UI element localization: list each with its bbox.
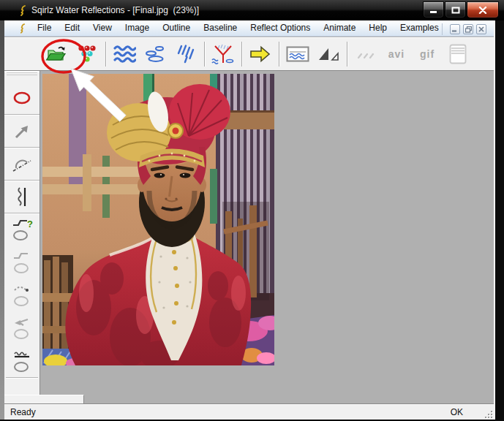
status-bar: Ready OK bbox=[4, 403, 494, 420]
gif-label: gif bbox=[420, 48, 435, 60]
rain-ripple-button[interactable] bbox=[171, 39, 200, 69]
palette-grip bbox=[7, 72, 37, 75]
frame-dashes-button[interactable] bbox=[351, 39, 380, 69]
toolbar-separator bbox=[279, 42, 279, 67]
run-arrow-icon bbox=[249, 45, 271, 63]
toolbar-separator bbox=[241, 42, 242, 67]
mdi-restore-button[interactable] bbox=[463, 24, 473, 34]
mdi-restore-icon bbox=[465, 26, 472, 33]
minimize-icon bbox=[429, 7, 438, 14]
minimize-button[interactable] bbox=[423, 1, 444, 18]
mdi-minimize-button[interactable] bbox=[450, 24, 460, 34]
menu-file[interactable]: File bbox=[31, 20, 58, 36]
menu-image[interactable]: Image bbox=[119, 20, 156, 36]
document-logo-icon bbox=[19, 23, 26, 34]
menu-baseline[interactable]: Baseline bbox=[197, 20, 244, 36]
status-ok: OK bbox=[451, 407, 463, 417]
zigzag-tool[interactable] bbox=[4, 180, 40, 213]
photo-illustration bbox=[42, 74, 274, 365]
arrow-tool[interactable] bbox=[4, 114, 40, 147]
toolbar: avi gif bbox=[4, 37, 494, 71]
save-avi-button[interactable]: avi bbox=[382, 39, 411, 69]
filmstrip-button[interactable] bbox=[443, 39, 473, 69]
arrow-up-right-icon bbox=[12, 121, 31, 140]
custom-outline-help-tool[interactable]: ? bbox=[4, 213, 40, 246]
dashes-icon bbox=[356, 48, 376, 61]
menu-examples[interactable]: Examples bbox=[394, 20, 445, 36]
red-ellipse-icon bbox=[12, 90, 32, 106]
resize-grip[interactable] bbox=[484, 409, 492, 418]
menu-view[interactable]: View bbox=[86, 20, 119, 36]
rain-lines-icon bbox=[176, 45, 195, 64]
mdi-close-icon bbox=[478, 26, 484, 32]
dotted-curve-ellipse-icon bbox=[12, 283, 32, 308]
mdi-separator bbox=[442, 23, 443, 35]
menu-reflect-options[interactable]: Reflect Options bbox=[244, 20, 317, 36]
run-animation-button[interactable] bbox=[246, 39, 275, 69]
photo-final-jpg[interactable] bbox=[42, 74, 274, 365]
filmstrip-icon bbox=[448, 44, 467, 64]
client-area: File Edit View Image Outline Baseline Re… bbox=[4, 20, 494, 420]
svg-text:?: ? bbox=[27, 219, 33, 230]
ripple-ellipses-icon bbox=[144, 45, 166, 63]
toolbar-separator bbox=[347, 42, 347, 67]
palette-end-line bbox=[6, 377, 38, 378]
menu-edit[interactable]: Edit bbox=[58, 20, 86, 36]
fork-waves-icon bbox=[211, 44, 236, 64]
avi-label: avi bbox=[388, 48, 405, 60]
canvas-area[interactable] bbox=[40, 71, 494, 403]
oval-outline-tool[interactable] bbox=[4, 81, 40, 114]
step-question-ellipse-icon: ? bbox=[11, 217, 33, 242]
menu-animate[interactable]: Animate bbox=[317, 20, 362, 36]
open-folder-icon bbox=[45, 45, 67, 63]
ripple-colors-button[interactable] bbox=[72, 39, 102, 69]
menu-bar: File Edit View Image Outline Baseline Re… bbox=[4, 20, 494, 37]
wave-line-ellipse-icon bbox=[12, 349, 32, 373]
bottom-dock-band bbox=[4, 395, 84, 403]
maximize-icon bbox=[451, 7, 460, 14]
bent-arrow-outline-tool[interactable] bbox=[4, 311, 40, 344]
menu-help[interactable]: Help bbox=[362, 20, 394, 36]
step-outline-tool[interactable] bbox=[4, 246, 40, 278]
close-icon bbox=[478, 7, 487, 14]
resize-triangles-icon bbox=[317, 46, 339, 62]
maximize-button[interactable] bbox=[445, 1, 466, 18]
wave-outline-tool[interactable] bbox=[4, 344, 40, 377]
toolbar-separator bbox=[204, 42, 205, 67]
combine-effects-button[interactable] bbox=[208, 39, 238, 69]
open-file-button[interactable] bbox=[42, 39, 71, 69]
waves-icon bbox=[113, 45, 136, 64]
arc-tool[interactable] bbox=[4, 147, 40, 180]
save-gif-button[interactable]: gif bbox=[413, 39, 442, 69]
close-button[interactable] bbox=[467, 1, 499, 18]
tool-palette: ? bbox=[4, 71, 40, 403]
color-dots-icon bbox=[78, 45, 97, 64]
app-logo-icon bbox=[19, 5, 27, 16]
toolbar-separator bbox=[105, 42, 106, 67]
mdi-minimize-icon bbox=[452, 26, 458, 32]
status-message: Ready bbox=[4, 407, 36, 417]
resize-image-button[interactable] bbox=[314, 39, 343, 69]
ring-ripple-button[interactable] bbox=[140, 39, 170, 69]
waves-ripple-button[interactable] bbox=[110, 39, 139, 69]
preview-image-button[interactable] bbox=[283, 39, 312, 69]
framed-waves-icon bbox=[286, 46, 309, 62]
bent-arrow-ellipse-icon bbox=[12, 316, 32, 341]
title-bar: Sqirlz Water Reflections - [Final.jpg (2… bbox=[0, 0, 504, 20]
mdi-close-button[interactable] bbox=[476, 24, 486, 34]
menu-outline[interactable]: Outline bbox=[156, 20, 197, 36]
window-title: Sqirlz Water Reflections - [Final.jpg (2… bbox=[31, 5, 199, 15]
window-border-right bbox=[494, 20, 504, 421]
arc-dash-dot-icon bbox=[12, 154, 32, 173]
workspace: ? bbox=[4, 71, 494, 403]
zigzag-line-icon bbox=[13, 186, 31, 208]
app-window: Sqirlz Water Reflections - [Final.jpg (2… bbox=[0, 0, 504, 421]
step-ellipse-icon bbox=[12, 250, 32, 275]
dotted-curve-outline-tool[interactable] bbox=[4, 278, 40, 311]
